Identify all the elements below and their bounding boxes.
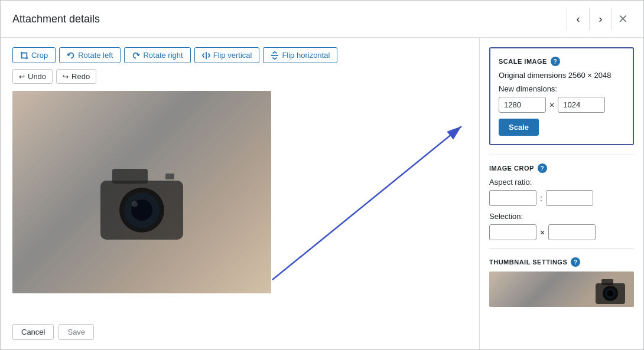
image-canvas	[12, 91, 467, 317]
height-input[interactable]	[558, 97, 605, 113]
aspect-ratio-label: Aspect ratio:	[489, 178, 634, 187]
flip-horizontal-button[interactable]: Flip horizontal	[263, 47, 337, 63]
flip-horizontal-icon	[271, 51, 279, 60]
dimension-separator: ×	[549, 100, 554, 110]
modal-header: Attachment details ‹ › ✕	[1, 1, 643, 38]
selection-width-input[interactable]	[489, 224, 536, 240]
save-button[interactable]: Save	[58, 324, 94, 340]
image-crop-title: IMAGE CROP ?	[489, 163, 634, 173]
new-dimensions-label: New dimensions:	[499, 84, 625, 93]
thumbnail-settings-section: THUMBNAIL SETTINGS ?	[489, 257, 634, 307]
thumbnail-preview	[489, 272, 634, 307]
undo-icon: ↩	[19, 73, 25, 81]
image-crop-section: IMAGE CROP ? Aspect ratio: : Selection: …	[489, 163, 634, 240]
toolbar: Crop Rotate left Rotate right	[12, 47, 467, 63]
history-buttons: ↩ Undo ↪ Redo	[12, 69, 467, 84]
next-button[interactable]: ›	[589, 8, 612, 30]
scale-image-section: SCALE IMAGE ? Original dimensions 2560 ×…	[489, 47, 634, 145]
cancel-button[interactable]: Cancel	[12, 324, 54, 340]
attachment-details-modal: Attachment details ‹ › ✕ Crop	[0, 0, 644, 350]
divider-2	[489, 248, 634, 249]
flip-vertical-icon	[202, 51, 210, 60]
svg-rect-8	[165, 174, 174, 179]
undo-button[interactable]: ↩ Undo	[12, 69, 53, 84]
rotate-right-icon	[132, 51, 140, 60]
close-button[interactable]: ✕	[612, 8, 634, 30]
selection-label: Selection:	[489, 212, 634, 221]
redo-button[interactable]: ↪ Redo	[56, 69, 96, 84]
sidebar: SCALE IMAGE ? Original dimensions 2560 ×…	[479, 38, 643, 349]
crop-help-icon[interactable]: ?	[538, 163, 547, 173]
aspect-height-input[interactable]	[546, 190, 593, 206]
aspect-ratio-inputs: :	[489, 190, 634, 206]
crop-button[interactable]: Crop	[12, 47, 56, 63]
divider-1	[489, 155, 634, 155]
crop-icon	[20, 51, 28, 60]
flip-vertical-button[interactable]: Flip vertical	[194, 47, 260, 63]
rotate-left-icon	[67, 51, 75, 60]
bottom-actions: Cancel Save	[12, 324, 467, 340]
editor-area: Crop Rotate left Rotate right	[1, 38, 479, 349]
rotate-right-button[interactable]: Rotate right	[124, 47, 190, 63]
modal-body: Crop Rotate left Rotate right	[1, 38, 643, 349]
selection-height-input[interactable]	[548, 224, 596, 240]
scale-image-title: SCALE IMAGE ?	[499, 57, 625, 66]
width-input[interactable]	[499, 97, 546, 113]
thumbnail-help-icon[interactable]: ?	[571, 257, 580, 267]
aspect-width-input[interactable]	[489, 190, 536, 206]
modal-nav: ‹ › ✕	[567, 8, 634, 30]
svg-line-10	[272, 126, 461, 280]
modal-title: Attachment details	[12, 13, 100, 25]
redo-icon: ↪	[63, 73, 69, 81]
selection-separator: ×	[540, 228, 545, 237]
svg-rect-3	[112, 169, 148, 184]
arrow-indicator	[237, 109, 485, 297]
thumbnail-settings-title: THUMBNAIL SETTINGS ?	[489, 257, 634, 267]
scale-help-icon[interactable]: ?	[551, 57, 560, 66]
aspect-separator: :	[540, 194, 542, 203]
original-dimensions: Original dimensions 2560 × 2048	[499, 71, 625, 80]
svg-point-7	[132, 201, 138, 207]
camera-image	[83, 139, 201, 257]
svg-point-15	[607, 290, 613, 296]
prev-button[interactable]: ‹	[567, 8, 589, 30]
scale-button[interactable]: Scale	[499, 119, 539, 136]
image-preview	[12, 91, 271, 293]
selection-inputs: ×	[489, 224, 634, 240]
rotate-left-button[interactable]: Rotate left	[59, 47, 121, 63]
thumbnail-camera	[593, 272, 628, 307]
svg-rect-12	[601, 279, 613, 285]
dimensions-inputs: ×	[499, 97, 625, 113]
